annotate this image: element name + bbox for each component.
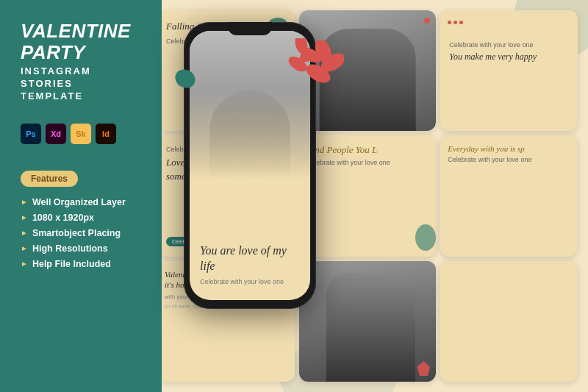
phone-notch — [228, 22, 272, 35]
svg-point-4 — [173, 66, 198, 91]
sketch-icon: Sk — [71, 124, 91, 144]
features-badge: Features — [21, 171, 78, 187]
template-card-3: Celebrate with your love one You make me… — [440, 10, 578, 131]
photo-gradient-overlay — [190, 90, 310, 179]
xd-icon: Xd — [46, 124, 66, 144]
feature-item: ► Well Organized Layer — [21, 197, 147, 207]
bullet-icon: ► — [21, 229, 28, 237]
phone-photo-area — [190, 31, 310, 179]
dot-row — [448, 21, 463, 24]
flower-decoration-right — [304, 40, 344, 88]
template-card-9 — [440, 261, 578, 382]
feature-item: ► Help File Included — [21, 259, 147, 269]
phone-text-area: You are love of my life Celebrate with y… — [200, 243, 300, 285]
phone-sub-text: Celebrate with your love one — [200, 278, 300, 285]
phone-italic-text: You are love of my life — [200, 243, 300, 274]
left-panel: VALENTINE PARTY INSTAGRAM STORIES TEMPLA… — [0, 0, 162, 392]
template-card-6: Everyday with you is sp Celebrate with y… — [440, 135, 578, 256]
card3-italic: You make me very happy — [449, 51, 569, 63]
indesign-icon: Id — [96, 124, 116, 144]
card6-italic: Everyday with you is sp — [448, 144, 570, 153]
app-icons-row: Ps Xd Sk Id — [21, 124, 147, 144]
feature-item: ► 1080 x 1920px — [21, 213, 147, 223]
sub-title: INSTAGRAM STORIES TEMPLATE — [21, 65, 147, 103]
bullet-icon: ► — [21, 213, 28, 221]
phone-frame: You are love of my life Celebrate with y… — [184, 22, 316, 309]
card3-sub: Celebrate with your love one — [449, 41, 569, 49]
bullet-icon: ► — [21, 260, 28, 268]
red-leaf-icon — [417, 361, 430, 376]
card6-sub: Celebrate with your love one — [448, 156, 570, 163]
bullet-icon: ► — [21, 244, 28, 252]
feature-item: ► High Resolutions — [21, 243, 147, 254]
main-area: Falling in love all over again Celebrate… — [147, 0, 588, 392]
bullet-icon: ► — [21, 198, 28, 206]
photoshop-icon: Ps — [21, 124, 41, 144]
feature-item: ► Smartobject Placing — [21, 228, 147, 238]
phone-screen: You are love of my life Celebrate with y… — [190, 31, 310, 300]
features-list: ► Well Organized Layer ► 1080 x 1920px ►… — [21, 197, 147, 269]
phone-mockup: You are love of my life Celebrate with y… — [184, 22, 331, 316]
main-title: VALENTINE PARTY — [21, 21, 147, 63]
teal-circle-decoration — [415, 224, 436, 251]
teal-blob-decoration — [173, 66, 198, 92]
